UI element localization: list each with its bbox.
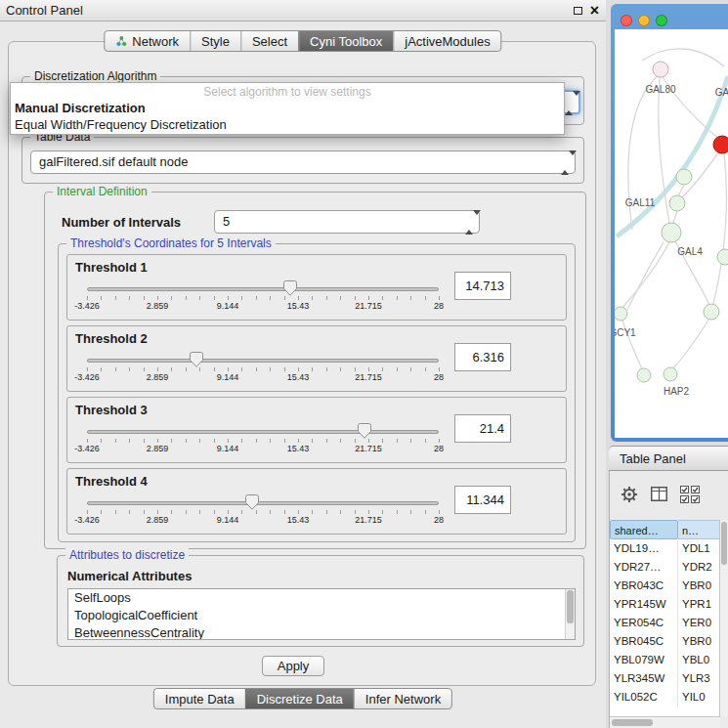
tab-style[interactable]: Style xyxy=(190,31,240,51)
network-canvas: GAL80GAGAL11GAL4GCY1HAP2 xyxy=(615,29,728,438)
network-node[interactable] xyxy=(664,367,677,381)
tab-label: Impute Data xyxy=(165,692,235,707)
group-title: Interval Definition xyxy=(53,185,151,198)
slider-scale-labels: -3.4262.8599.14415.4321.71528 xyxy=(87,372,439,382)
threshold-value[interactable]: 21.4 xyxy=(454,414,511,443)
slider-track[interactable] xyxy=(87,501,439,505)
scrollbar-thumb[interactable] xyxy=(721,522,727,565)
network-edge xyxy=(642,49,724,66)
slider-ticks xyxy=(87,439,439,443)
scale-label: 21.715 xyxy=(355,515,382,525)
tab-discretize-data[interactable]: Discretize Data xyxy=(245,689,354,708)
table-horizontal-scrollbar[interactable] xyxy=(610,716,720,728)
slider-track[interactable] xyxy=(87,287,439,291)
threshold-slider[interactable]: -3.4262.8599.14415.4321.71528 xyxy=(87,279,439,313)
column-header[interactable]: shared… xyxy=(610,520,678,539)
network-node[interactable] xyxy=(669,195,685,211)
table-row[interactable]: YDR27…YDR2 xyxy=(610,558,720,577)
table-cell: YDL19… xyxy=(610,539,678,558)
slider-track[interactable] xyxy=(87,359,439,363)
table-row[interactable]: YBR043CYBR0 xyxy=(610,577,720,595)
zoom-traffic-light[interactable] xyxy=(656,15,667,26)
threshold-slider[interactable]: -3.4262.8599.14415.4321.71528 xyxy=(87,351,439,384)
table-body: YDL19…YDL1YDR27…YDR2YBR043CYBR0YPR145WYP… xyxy=(610,539,720,718)
combo-stepper[interactable] xyxy=(565,96,574,111)
threshold-slider[interactable]: -3.4262.8599.14415.4321.71528 xyxy=(87,422,439,455)
slider-thumb[interactable] xyxy=(245,494,259,510)
network-node[interactable] xyxy=(637,368,651,382)
list-item[interactable]: BetweennessCentrality xyxy=(68,624,575,640)
network-node[interactable] xyxy=(717,249,728,265)
scale-label: 2.859 xyxy=(147,444,169,453)
scale-label: -3.426 xyxy=(74,301,100,311)
threshold-value[interactable]: 14.713 xyxy=(454,272,511,300)
select-attributes-checkboxes-icon[interactable] xyxy=(680,486,701,506)
window-title: Control Panel xyxy=(6,0,83,21)
slider-thumb[interactable] xyxy=(358,423,371,439)
tab-select[interactable]: Select xyxy=(240,31,298,51)
table-vertical-scrollbar[interactable] xyxy=(719,520,728,716)
slider-track[interactable] xyxy=(87,430,439,434)
settings-gear-icon[interactable] xyxy=(620,485,639,507)
table-row[interactable]: YER054CYER0 xyxy=(610,614,720,632)
algorithm-option[interactable]: Equal Width/Frequency Discretization xyxy=(11,116,564,133)
apply-button[interactable]: Apply xyxy=(262,656,324,676)
algorithm-option[interactable]: Manual Discretization xyxy=(11,100,564,116)
table-cell: YER0 xyxy=(678,614,720,632)
tab-infer-network[interactable]: Infer Network xyxy=(354,689,451,708)
node-label: GAL11 xyxy=(625,197,656,208)
network-node[interactable] xyxy=(713,136,728,153)
scale-label: 28 xyxy=(434,515,444,525)
slider-scale-labels: -3.4262.8599.14415.4321.71528 xyxy=(87,515,439,525)
threshold-value[interactable]: 11.344 xyxy=(454,486,511,514)
table-row[interactable]: YLR345WYLR3 xyxy=(610,669,720,688)
threshold-value[interactable]: 6.316 xyxy=(454,343,511,371)
table-columns-icon[interactable] xyxy=(651,487,667,504)
combo-stepper[interactable] xyxy=(561,155,570,171)
float-window-icon[interactable] xyxy=(574,7,582,15)
close-icon[interactable]: × xyxy=(590,1,599,21)
slider-thumb[interactable] xyxy=(283,280,297,296)
tab-network[interactable]: Network xyxy=(105,31,190,51)
scale-label: 2.859 xyxy=(147,515,169,525)
table-row[interactable]: YBL079WYBL0 xyxy=(610,651,720,669)
network-edge xyxy=(673,319,709,368)
network-node[interactable] xyxy=(676,169,692,185)
table-cell: YIL0 xyxy=(678,688,720,707)
threshold-slider[interactable]: -3.4262.8599.14415.4321.71528 xyxy=(87,493,439,527)
network-node[interactable] xyxy=(653,62,668,77)
network-node[interactable] xyxy=(704,304,719,320)
number-of-intervals-combo[interactable]: 5 xyxy=(214,210,480,234)
table-row[interactable]: YIL052CYIL0 xyxy=(610,688,720,707)
scrollbar-thumb[interactable] xyxy=(567,590,574,623)
network-node[interactable] xyxy=(615,307,627,321)
scale-label: 2.859 xyxy=(147,372,169,382)
tab-cyni-toolbox[interactable]: Cyni Toolbox xyxy=(298,31,393,51)
threshold-list: Threshold 1 -3.4262.8599.14415.4321.7152… xyxy=(66,254,567,539)
table-row[interactable]: YPR145WYPR1 xyxy=(610,595,720,614)
right-panel: GAL80GAGAL11GAL4GCY1HAP2 Table Panel sha… xyxy=(606,0,728,728)
scrollbar[interactable] xyxy=(565,589,575,639)
table-toolbar xyxy=(610,471,728,520)
scale-label: 28 xyxy=(434,444,444,453)
slider-thumb[interactable] xyxy=(190,352,203,367)
dropdown-hint: Select algorithm to view settings xyxy=(11,85,564,100)
combo-stepper[interactable] xyxy=(465,215,474,231)
table-cell: YER054C xyxy=(610,614,678,632)
tab-label: jActiveModules xyxy=(405,34,490,49)
scrollbar-thumb[interactable] xyxy=(612,719,653,726)
minimize-traffic-light[interactable] xyxy=(638,15,650,26)
list-item[interactable]: SelfLoops xyxy=(68,589,575,607)
list-item[interactable]: TopologicalCoefficient xyxy=(68,607,575,624)
network-node[interactable] xyxy=(662,223,681,242)
table-row[interactable]: YBR045CYBR0 xyxy=(610,632,720,651)
table-cell: YBL0 xyxy=(678,651,720,669)
table-row[interactable]: YDL19…YDL1 xyxy=(610,539,720,558)
table-cell: YBR045C xyxy=(610,632,678,651)
numerical-attributes-label: Numerical Attributes xyxy=(67,569,192,583)
table-data-combo[interactable]: galFiltered.sif default node xyxy=(30,150,576,174)
close-traffic-light[interactable] xyxy=(621,15,632,26)
tab-jactivemodules[interactable]: jActiveModules xyxy=(393,31,500,51)
column-header[interactable]: n… xyxy=(678,520,720,539)
tab-impute-data[interactable]: Impute Data xyxy=(154,689,245,708)
